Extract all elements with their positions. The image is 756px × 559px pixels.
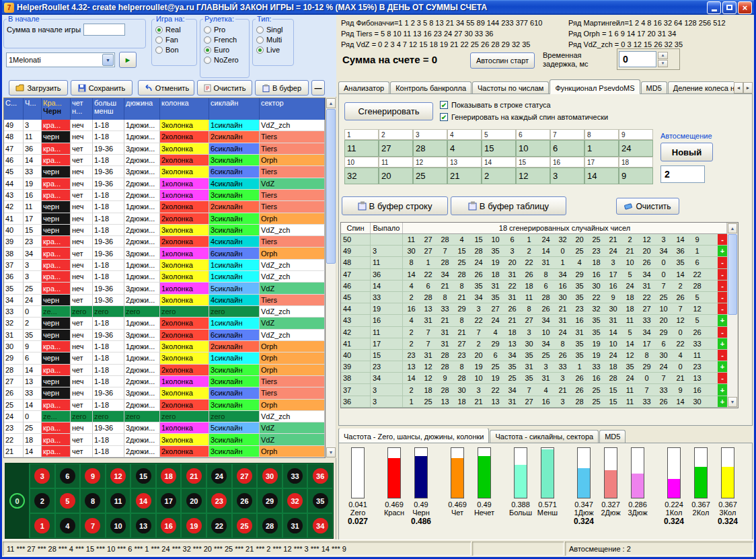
table-row[interactable]: 493кра...неч1-181дюжи...3колонка1сиклайн… (4, 120, 325, 131)
board-number-30[interactable]: 30 (257, 463, 282, 488)
board-number-2[interactable]: 2 (30, 488, 55, 513)
generated-number-cell[interactable]: 14 (584, 167, 619, 184)
radio-option-Singl[interactable]: Singl (256, 26, 290, 34)
board-number-26[interactable]: 26 (232, 488, 258, 513)
table-row[interactable]: 309кра...неч1-181дюжи...3колонка2сиклайн… (4, 341, 325, 352)
history-scrollbar[interactable]: ▲ ▼ (326, 98, 336, 458)
board-number-7[interactable]: 7 (80, 513, 106, 538)
gen-table-row[interactable]: 453322882134353111283035229182225265- (341, 292, 727, 303)
main-tab[interactable]: MD5 (641, 81, 667, 94)
board-number-10[interactable]: 10 (106, 513, 131, 538)
table-row[interactable]: 3923кра...неч19-362дюжи...2колонка4сикла… (4, 236, 325, 248)
table-row[interactable]: 4316кра...чет1-182дюжи...1колонка3сиклай… (4, 190, 325, 201)
chevron-down-icon[interactable]: ▼ (102, 54, 114, 66)
board-number-12[interactable]: 12 (106, 463, 131, 488)
title-bar[interactable]: 7 HelperRoullet 4.32- create helperroull… (2, 0, 754, 15)
radio-option-Real[interactable]: Real (155, 26, 193, 34)
gen-table-row[interactable]: 50112728415106124322025212123149- (341, 234, 727, 246)
minimize-button[interactable] (707, 1, 721, 14)
table-row[interactable]: 373кра...неч1-181дюжи...3колонка1сиклайн… (4, 260, 325, 271)
gen-table-row[interactable]: 41172731272291330348351910141762233+ (341, 338, 727, 350)
board-number-5[interactable]: 5 (55, 488, 81, 513)
buffer-row-button[interactable]: В буфер строку (342, 196, 448, 215)
generated-number-cell[interactable]: 27 (379, 140, 413, 157)
gen-table-row[interactable]: 4316431218222421273431163531113320125+ (341, 315, 727, 326)
table-row[interactable]: 4533черннеч19-363дюжи...3колонка6сиклайн… (4, 166, 325, 178)
new-button[interactable]: Новый (660, 143, 713, 161)
board-number-15[interactable]: 15 (130, 463, 156, 488)
history-column-header[interactable]: четн... (71, 98, 93, 120)
radio-option-Bon[interactable]: Bon (155, 46, 193, 54)
board-number-20[interactable]: 20 (181, 488, 206, 513)
close-button[interactable]: × (738, 1, 752, 14)
frequency-tab[interactable]: Частота - сиклайны, сектора (490, 430, 599, 443)
generated-number-cell[interactable]: 2 (482, 167, 516, 184)
table-row[interactable]: 4811черннеч1-181дюжи...2колонка2сиклайнT… (4, 131, 325, 143)
generated-number-cell[interactable]: 20 (379, 167, 413, 184)
board-number-27[interactable]: 27 (232, 463, 258, 488)
board-number-35[interactable]: 35 (307, 488, 333, 513)
board-number-3[interactable]: 3 (30, 463, 55, 488)
board-number-29[interactable]: 29 (257, 488, 282, 513)
profile-combobox[interactable]: 1Melonati ▼ (6, 52, 115, 67)
board-number-9[interactable]: 9 (80, 463, 106, 488)
scrollbar-thumb[interactable] (326, 109, 336, 264)
table-row[interactable]: 3135черннеч19-363дюжи...2колонка6сиклайн… (4, 330, 325, 341)
main-tab[interactable]: Анализатор (338, 81, 389, 94)
board-number-36[interactable]: 36 (307, 463, 333, 488)
checkbox-generate-each-spin[interactable]: ✔ Генерировать на каждый спин автоматиче… (440, 113, 608, 121)
radio-option-Euro[interactable]: Euro (204, 46, 245, 54)
table-row[interactable]: 2633черннеч19-363дюжи...3колонка6сиклайн… (4, 387, 325, 399)
generated-number-cell[interactable]: 6 (550, 140, 584, 157)
board-number-28[interactable]: 28 (257, 513, 282, 538)
table-row[interactable]: 2814кра...чет1-182дюжи...2колонка3сиклай… (4, 365, 325, 376)
table-row[interactable]: 240zе...zerozerozerozerozeroVdZ_zch (4, 411, 325, 422)
board-number-31[interactable]: 31 (282, 513, 308, 538)
clear-button[interactable]: Очистить (197, 80, 252, 96)
autoshift-input[interactable]: 2 (660, 165, 705, 183)
table-row[interactable]: 3525кра...неч19-363дюжи...1колонка5сикла… (4, 283, 325, 294)
generated-number-cell[interactable]: 24 (619, 140, 653, 157)
gen-table-row[interactable]: 373218283032234742126251511733916+ (341, 384, 727, 396)
table-row[interactable]: 2325кра...неч19-363дюжи...1колонка5сикла… (4, 422, 325, 434)
generated-number-cell[interactable]: 3 (550, 167, 584, 184)
history-column-header[interactable]: большменш (93, 98, 124, 120)
table-row[interactable]: 4614кра...чет1-182дюжи...2колонка3сиклай… (4, 155, 325, 166)
board-number-19[interactable]: 19 (181, 513, 206, 538)
gen-table-row[interactable]: 4419161333293272682621233230182710712- (341, 303, 727, 315)
table-row[interactable]: 296чернчет1-181дюжи...3колонка1сиклайнOr… (4, 352, 325, 364)
main-tab[interactable]: Функционал PsevdoMS (550, 79, 640, 94)
generated-number-cell[interactable]: 28 (413, 140, 447, 157)
gen-table-row[interactable]: 481181282524192022311418310260356- (341, 257, 727, 268)
table-row[interactable]: 4015черннеч1-182дюжи...3колонка3сиклайнV… (4, 225, 325, 236)
board-number-14[interactable]: 14 (130, 488, 156, 513)
clear-generated-button[interactable]: Очистить (616, 198, 679, 215)
board-number-24[interactable]: 24 (206, 463, 232, 488)
main-tab[interactable]: Частоты по числам (472, 81, 549, 94)
board-number-22[interactable]: 22 (206, 513, 232, 538)
board-zero-cell[interactable]: 0 (5, 463, 30, 538)
history-column-header[interactable]: сектор (260, 98, 325, 120)
table-row[interactable]: 4117черннеч1-182дюжи...2колонка3сиклайнO… (4, 213, 325, 225)
gen-table-row[interactable]: 4614462183531221861635301624317228- (341, 281, 727, 292)
scroll-up-icon[interactable]: ▲ (728, 223, 737, 233)
generated-number-cell[interactable]: 15 (482, 140, 516, 157)
spinner-down-icon[interactable]: ▼ (658, 60, 668, 67)
board-number-25[interactable]: 25 (232, 513, 258, 538)
board-number-1[interactable]: 1 (30, 513, 55, 538)
history-column-header[interactable]: Ч... (24, 98, 42, 120)
table-row[interactable]: 363кра...неч1-181дюжи...3колонка1сиклайн… (4, 271, 325, 283)
scrollbar-thumb[interactable] (728, 234, 737, 315)
radio-option-Pro[interactable]: Pro (204, 26, 245, 34)
gen-table-row[interactable]: 4015233128232063435252635192412830411- (341, 350, 727, 361)
board-number-33[interactable]: 33 (282, 463, 308, 488)
board-number-11[interactable]: 11 (106, 488, 131, 513)
table-row[interactable]: 3834кра...чет19-363дюжи...1колонка6сикла… (4, 248, 325, 259)
buffer-table-button[interactable]: В буфер таблицу (451, 196, 566, 215)
gen-table-row[interactable]: 4933027715283532140252324212034361+ (341, 246, 727, 257)
table-row[interactable]: 4211черннеч1-181дюжи...2колонка2сиклайнT… (4, 201, 325, 213)
radio-option-Live[interactable]: Live (256, 46, 290, 54)
table-row[interactable]: 3424чернчет19-362дюжи...3колонка4сиклайн… (4, 295, 325, 306)
copy-buffer-button[interactable]: В буфер (255, 80, 309, 96)
generate-button[interactable]: Сгенерировать (344, 102, 433, 120)
